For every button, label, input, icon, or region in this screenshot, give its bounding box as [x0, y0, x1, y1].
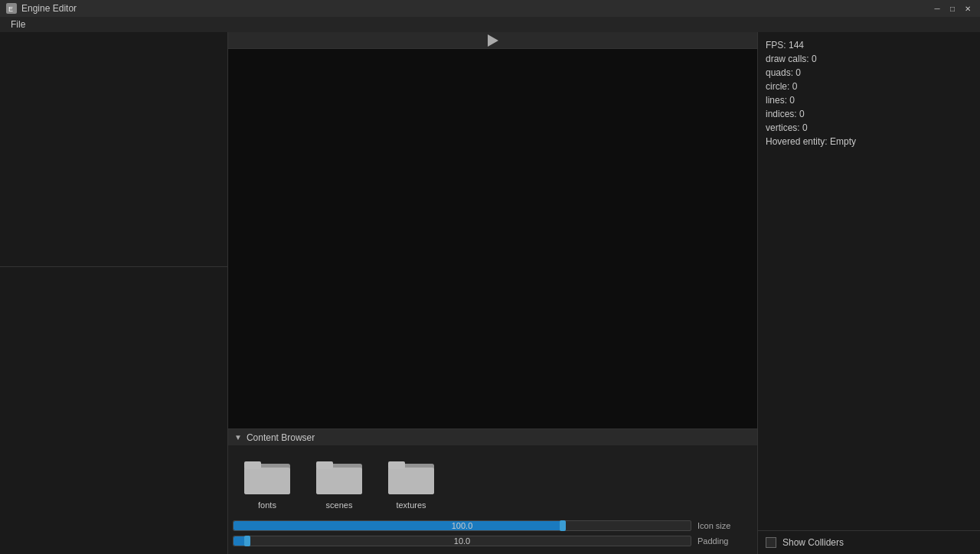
stat-lines: lines: 0 — [766, 93, 972, 107]
stat-fps: FPS: 144 — [766, 38, 972, 52]
svg-rect-16 — [388, 461, 405, 469]
menubar: File — [0, 17, 980, 32]
icon-size-label: Icon size — [691, 521, 753, 530]
stat-hovered-entity: Hovered entity: Empty — [766, 135, 972, 148]
folder-item-fonts[interactable]: fonts — [233, 450, 302, 513]
main-layout: ▼ Content Browser fonts — [0, 32, 980, 554]
icon-size-value: 100.0 — [452, 521, 473, 530]
stat-quads: quads: 0 — [766, 66, 972, 80]
folder-icon-fonts — [243, 455, 292, 497]
padding-slider[interactable]: 10.0 — [233, 536, 691, 546]
titlebar-controls: ─ □ ✕ — [931, 2, 974, 15]
svg-rect-10 — [316, 468, 362, 494]
left-top-panel — [0, 32, 227, 267]
colliders-panel: Show Colliders — [758, 531, 980, 554]
right-panel: FPS: 144 draw calls: 0 quads: 0 circle: … — [758, 32, 980, 554]
folder-icon-textures — [387, 455, 436, 497]
left-panel — [0, 32, 227, 554]
folder-icon-scenes — [315, 455, 364, 497]
stat-draw-calls: draw calls: 0 — [766, 52, 972, 66]
padding-value: 10.0 — [454, 536, 470, 546]
content-browser-collapse-arrow[interactable]: ▼ — [234, 433, 242, 442]
icon-size-slider[interactable]: 100.0 — [233, 520, 691, 531]
padding-label: Padding — [691, 536, 753, 546]
titlebar-left: E Engine Editor — [6, 3, 77, 14]
content-browser-title: Content Browser — [247, 432, 315, 443]
maximize-button[interactable]: □ — [946, 2, 959, 15]
folder-label-scenes: scenes — [326, 500, 353, 510]
viewport[interactable] — [228, 49, 757, 429]
titlebar: E Engine Editor ─ □ ✕ — [0, 0, 980, 17]
folder-label-textures: textures — [396, 500, 426, 510]
content-browser-header[interactable]: ▼ Content Browser — [228, 429, 757, 445]
stat-indices: indices: 0 — [766, 107, 972, 121]
content-browser-section: ▼ Content Browser fonts — [228, 429, 757, 554]
icon-size-handle[interactable] — [560, 520, 566, 531]
content-browser-body: fonts scenes — [228, 445, 757, 554]
svg-rect-6 — [244, 461, 261, 469]
padding-handle[interactable] — [244, 536, 250, 546]
stat-circle: circle: 0 — [766, 80, 972, 93]
show-colliders-checkbox[interactable] — [766, 537, 776, 548]
svg-rect-15 — [388, 468, 434, 494]
close-button[interactable]: ✕ — [962, 2, 974, 15]
engine-icon: E — [6, 3, 17, 14]
svg-text:E: E — [8, 5, 13, 13]
left-bottom-panel — [0, 267, 227, 554]
titlebar-title: Engine Editor — [21, 3, 77, 14]
minimize-button[interactable]: ─ — [931, 2, 943, 15]
padding-row: 10.0 Padding — [233, 534, 753, 548]
colliders-label: Show Colliders — [782, 537, 844, 548]
stat-vertices: vertices: 0 — [766, 121, 972, 135]
center-panel: ▼ Content Browser fonts — [227, 32, 758, 554]
folder-label-fonts: fonts — [258, 500, 276, 510]
folder-grid: fonts scenes — [233, 450, 753, 513]
folder-item-scenes[interactable]: scenes — [305, 450, 374, 513]
svg-rect-11 — [316, 461, 333, 469]
icon-size-row: 100.0 Icon size — [233, 519, 753, 533]
play-button[interactable] — [488, 34, 498, 47]
folder-item-textures[interactable]: textures — [377, 450, 446, 513]
viewport-toolbar — [228, 32, 757, 49]
stats-panel: FPS: 144 draw calls: 0 quads: 0 circle: … — [758, 32, 980, 531]
icon-size-fill — [234, 521, 563, 530]
menu-file[interactable]: File — [6, 19, 30, 30]
svg-rect-5 — [244, 468, 290, 494]
